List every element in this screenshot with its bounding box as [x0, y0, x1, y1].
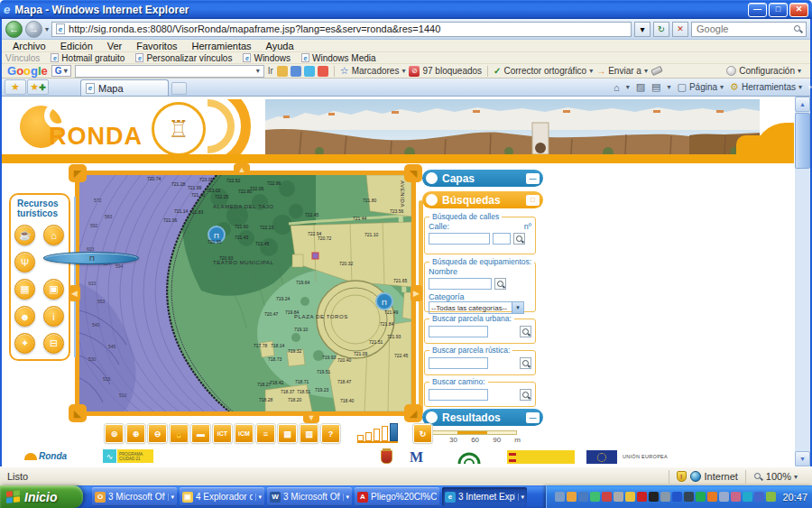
tray-icon-10[interactable]	[660, 492, 670, 502]
zoom-dropdown-icon[interactable]: ▾	[794, 473, 798, 481]
tray-icon-17[interactable]	[743, 492, 752, 502]
categoria-select[interactable]: --Todas las categorías-- ▾	[429, 301, 524, 314]
tool-leyenda[interactable]: ≡	[256, 424, 275, 443]
google-tool-icon-2[interactable]	[291, 66, 301, 77]
busquedas-panel-header[interactable]: Búsquedas □	[422, 191, 543, 208]
menu-archivo[interactable]: Archivo	[5, 41, 53, 51]
tray-icon-11[interactable]	[672, 492, 682, 502]
tray-icon-18[interactable]	[754, 492, 764, 502]
tool-info-ct[interactable]: iCT	[213, 424, 232, 443]
taskbar-group-dropdown-icon[interactable]: ▾	[168, 494, 174, 501]
google-tool-icon-4[interactable]	[318, 66, 328, 77]
link-hotmail-gratuito[interactable]: eHotmail gratuito	[51, 53, 125, 63]
refresh-button[interactable]: ↻	[653, 22, 669, 37]
tool-desplazar[interactable]: ☝	[170, 424, 189, 443]
resource-icon-rutas[interactable]: ✦	[14, 333, 35, 354]
tool-info-cm[interactable]: iCM	[235, 424, 254, 443]
resultados-panel-header[interactable]: Resultados —	[422, 409, 543, 426]
parcela-urbana-input[interactable]	[429, 326, 488, 337]
tool-imprimir[interactable]: ▤	[278, 424, 297, 443]
search-magnifier-icon[interactable]	[793, 24, 803, 34]
vertical-scrollbar[interactable]: ▲ ▼	[795, 97, 810, 466]
scroll-down-button[interactable]: ▼	[795, 451, 810, 466]
map-corner-nw-handle[interactable]: ◤	[69, 164, 87, 182]
resource-icon-alojamiento[interactable]: ⌂	[43, 225, 64, 245]
print-button[interactable]: ▤	[651, 81, 660, 93]
link-windows-media[interactable]: eWindows Media	[301, 53, 376, 63]
tool-alejar[interactable]: ⊖	[148, 424, 167, 443]
map-corner-sw-handle[interactable]: ◣	[69, 404, 87, 422]
tab-mapa[interactable]: e Mapa	[80, 79, 169, 96]
google-go-button[interactable]: Ir	[268, 66, 273, 76]
tray-icon-12[interactable]	[684, 492, 694, 502]
link-windows[interactable]: eWindows	[243, 53, 291, 63]
parcela-rustica-input[interactable]	[429, 357, 488, 369]
google-search-input[interactable]: ▾	[75, 65, 264, 78]
menu-edición[interactable]: Edición	[53, 41, 100, 51]
feeds-button[interactable]: ▨	[636, 81, 645, 93]
tray-icon-3[interactable]	[578, 492, 588, 502]
search-input[interactable]	[695, 23, 793, 35]
tray-icon-16[interactable]	[731, 492, 741, 502]
forward-button[interactable]: →	[25, 21, 42, 38]
resource-icon-informacion[interactable]: i	[43, 306, 64, 327]
map-corner-ne-handle[interactable]: ◥	[404, 164, 422, 182]
parcela-rustica-search-button[interactable]	[520, 357, 531, 369]
taskbar-button-pdf[interactable]: APliego%20Cl%C3%A...	[355, 487, 439, 506]
favorites-center-button[interactable]: ★	[5, 79, 26, 95]
tray-icon-2[interactable]	[567, 492, 577, 502]
resource-icon-compras[interactable]: ▣	[43, 279, 64, 300]
taskbar-button-internet-explorer[interactable]: e3 Internet Explorer▾	[442, 487, 527, 506]
resource-icon-museos[interactable]: Π	[43, 252, 139, 264]
tray-icon-15[interactable]	[719, 492, 729, 502]
link-personalizar-vínculos[interactable]: ePersonalizar vínculos	[135, 53, 232, 63]
tray-icon-19[interactable]	[766, 492, 776, 502]
google-tool-icon-1[interactable]	[277, 66, 288, 77]
map-viewport[interactable]: Π Π ALAMEDA DEL TAJOTEATRO MUNICIPALPLAZ…	[79, 175, 411, 411]
stop-button[interactable]: ✕	[672, 22, 688, 37]
google-marcadores-button[interactable]: ☆ Marcadores▾	[340, 65, 406, 77]
tray-icon-1[interactable]	[555, 492, 565, 502]
tool-medir[interactable]: ▬	[191, 424, 210, 443]
tool-informe[interactable]: ▥	[300, 424, 318, 443]
print-dropdown-icon[interactable]: ▾	[668, 83, 671, 91]
taskbar-group-dropdown-icon[interactable]: ▾	[255, 494, 262, 501]
map-pan-down-arrow[interactable]: ▼	[303, 411, 319, 423]
resource-icon-restaurantes[interactable]: Ψ	[14, 252, 35, 272]
tray-icon-7[interactable]	[625, 492, 635, 502]
categoria-dropdown-icon[interactable]: ▾	[512, 302, 523, 313]
tray-icon-6[interactable]	[614, 492, 623, 502]
numero-input[interactable]	[493, 233, 511, 245]
new-tab-button[interactable]	[171, 82, 187, 95]
tools-menu-button[interactable]: ⚙ Herramientas▾	[730, 81, 802, 93]
maximize-button[interactable]: □	[769, 3, 788, 17]
zoom-level-4[interactable]	[382, 426, 388, 441]
taskbar-button-outlook[interactable]: O3 Microsoft Office O...▾	[92, 487, 177, 506]
taskbar-group-dropdown-icon[interactable]: ▾	[518, 494, 524, 501]
resource-icon-transporte[interactable]: ⊟	[43, 333, 64, 354]
capas-minimize-button[interactable]: —	[526, 173, 540, 184]
toolbar-overflow-icon[interactable]: »	[808, 83, 812, 91]
google-tool-icon-3[interactable]	[304, 66, 315, 77]
map-pan-up-arrow[interactable]: ▲	[234, 163, 250, 175]
add-favorite-button[interactable]: ★✚	[27, 79, 49, 95]
tray-icon-4[interactable]	[590, 492, 600, 502]
calle-input[interactable]	[429, 233, 490, 245]
zoom-level-3[interactable]	[374, 429, 380, 441]
resource-icon-monumentos[interactable]: ▦	[14, 279, 35, 300]
google-popup-blocker[interactable]: ⊘ 97 bloqueados	[409, 66, 482, 77]
start-button[interactable]: Inicio	[0, 485, 83, 508]
google-search-dropdown-icon[interactable]: ▾	[253, 67, 263, 75]
capas-panel-header[interactable]: Capas —	[422, 170, 543, 187]
map-pan-right-arrow[interactable]: ▶	[411, 285, 422, 301]
zoom-level-1[interactable]	[357, 435, 364, 441]
tray-icon-13[interactable]	[696, 492, 706, 502]
home-button[interactable]: ⌂	[614, 82, 620, 93]
minimize-button[interactable]: —	[748, 3, 767, 17]
tray-icon-9[interactable]	[649, 492, 659, 502]
calles-search-button[interactable]	[513, 233, 525, 245]
tray-icon-14[interactable]	[707, 492, 717, 502]
taskbar-group-dropdown-icon[interactable]: ▾	[343, 494, 349, 501]
busquedas-restore-button[interactable]: □	[526, 195, 540, 206]
google-send-button[interactable]: → Enviar a▾	[596, 66, 648, 76]
